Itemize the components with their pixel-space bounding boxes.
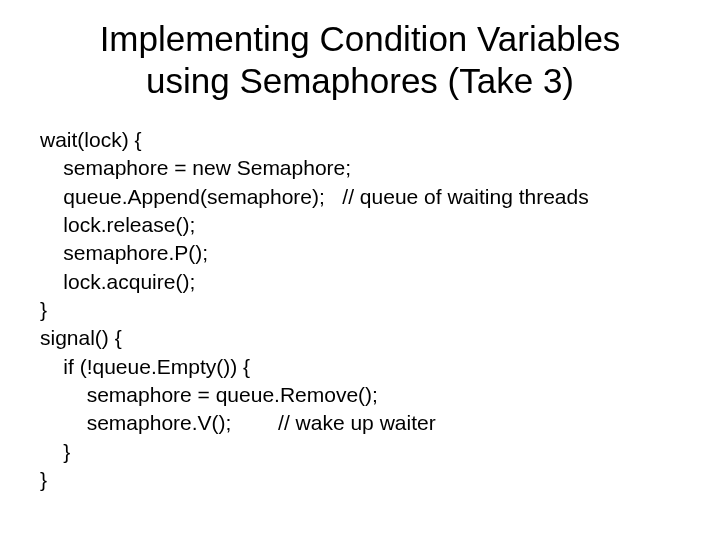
code-block: wait(lock) { semaphore = new Semaphore; …: [40, 126, 680, 494]
slide-title: Implementing Condition Variables using S…: [40, 18, 680, 102]
slide-container: Implementing Condition Variables using S…: [0, 0, 720, 514]
